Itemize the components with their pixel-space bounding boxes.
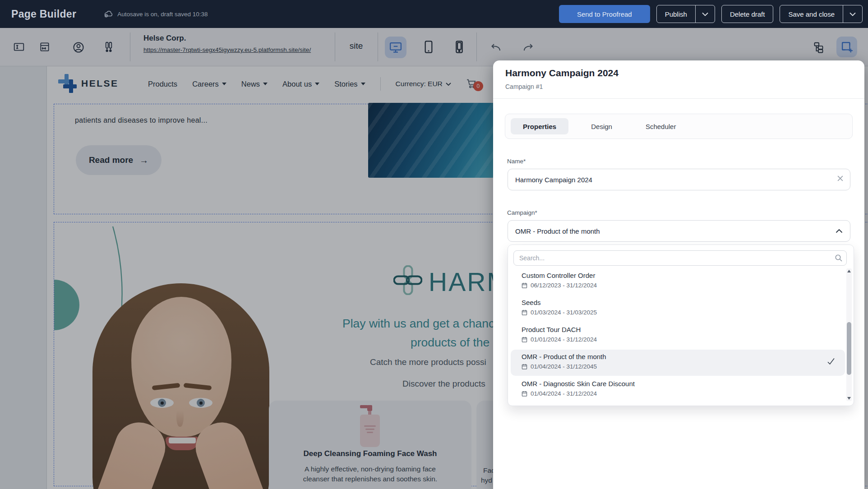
- option-omr-diagnostic-skin-care-discount[interactable]: OMR - Diagnostic Skin Care Discount 01/0…: [511, 377, 845, 403]
- save-and-close-button[interactable]: Save and close: [780, 5, 863, 23]
- name-field-label: Name*: [507, 158, 526, 165]
- option-seeds[interactable]: Seeds 01/03/2024 - 31/03/2025: [511, 295, 845, 322]
- page-builder-app: Page Builder Autosave is on, draft saved…: [0, 0, 868, 489]
- send-to-proofread-button[interactable]: Send to Proofread: [559, 5, 650, 23]
- autosave-status: Autosave is on, draft saved 10:38: [103, 9, 208, 19]
- app-title: Page Builder: [11, 8, 76, 20]
- panel-tabs: Properties Design Scheduler: [505, 114, 853, 139]
- tab-scheduler[interactable]: Scheduler: [635, 118, 687, 134]
- campaign-search-input[interactable]: [513, 250, 847, 266]
- option-omr-product-of-the-month[interactable]: OMR - Product of the month 01/04/2024 - …: [511, 350, 845, 376]
- chevron-up-icon: [836, 229, 843, 233]
- autosave-cloud-check-icon: [103, 9, 113, 19]
- publish-button[interactable]: Publish: [656, 5, 715, 23]
- scroll-down-arrow[interactable]: [847, 397, 851, 400]
- campaign-select-value: OMR - Product of the month: [515, 227, 600, 235]
- panel-subtitle: Campaign #1: [505, 83, 543, 90]
- selected-check-icon: [827, 358, 835, 365]
- tab-design[interactable]: Design: [580, 118, 623, 134]
- option-product-tour-dach[interactable]: Product Tour DACH 01/01/2024 - 31/12/202…: [511, 323, 845, 349]
- autosave-text: Autosave is on, draft saved 10:38: [117, 11, 208, 18]
- campaign-select[interactable]: OMR - Product of the month: [508, 220, 850, 242]
- campaign-settings-panel: Harmony Campaign 2024 Campaign #1 Proper…: [493, 60, 864, 489]
- scrollbar-thumb[interactable]: [847, 322, 851, 375]
- tab-properties[interactable]: Properties: [511, 118, 568, 134]
- calendar-icon: [522, 391, 527, 397]
- calendar-icon: [522, 364, 527, 369]
- publish-dropdown-caret[interactable]: [696, 12, 715, 16]
- calendar-icon: [522, 337, 527, 342]
- scroll-up-arrow[interactable]: [847, 270, 851, 272]
- calendar-icon: [522, 282, 527, 288]
- clear-name-icon[interactable]: [837, 175, 844, 182]
- panel-divider: [493, 98, 864, 99]
- campaign-dropdown: Custom Controller Order 06/12/2023 - 31/…: [508, 244, 854, 406]
- option-custom-controller-order[interactable]: Custom Controller Order 06/12/2023 - 31/…: [511, 268, 845, 295]
- top-header: Page Builder Autosave is on, draft saved…: [0, 0, 868, 28]
- delete-draft-button[interactable]: Delete draft: [721, 5, 774, 23]
- panel-title: Harmony Campaign 2024: [505, 68, 619, 78]
- dropdown-scrollbar[interactable]: [846, 268, 852, 401]
- save-dropdown-caret[interactable]: [843, 12, 862, 16]
- header-actions: Send to Proofread Publish Delete draft S…: [559, 5, 863, 23]
- search-icon: [835, 254, 843, 262]
- campaign-field-label: Campaign*: [507, 209, 537, 216]
- calendar-icon: [522, 309, 527, 315]
- name-input[interactable]: [508, 169, 850, 190]
